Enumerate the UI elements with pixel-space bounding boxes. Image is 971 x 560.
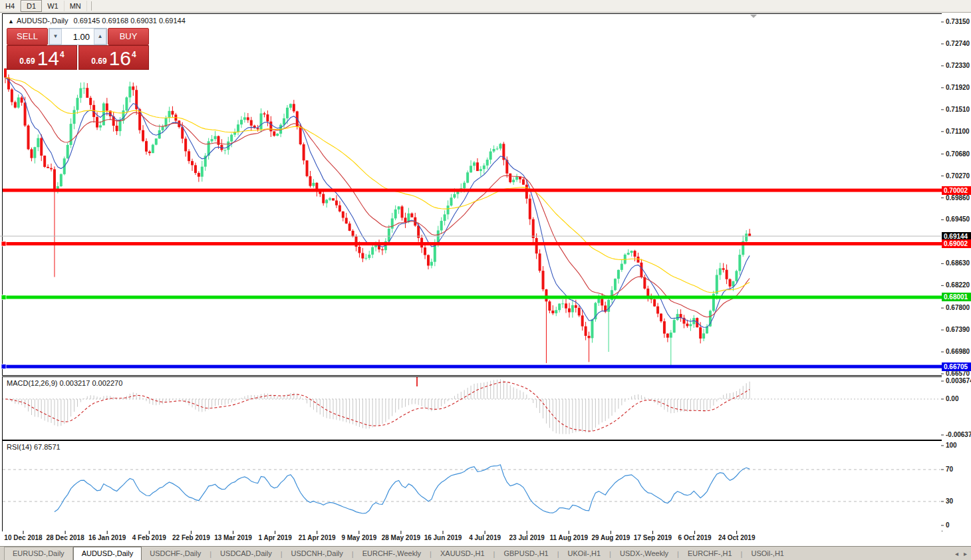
tab-separator: | — [209, 550, 211, 558]
chart-ohlc-values: 0.69145 0.69168 0.69031 0.69144 — [74, 17, 186, 25]
date-axis-label: 11 Aug 2019 — [550, 534, 588, 541]
chart-tab-xauusd-h1[interactable]: XAUUSD-,H1 — [432, 547, 493, 560]
sell-price-small: 0.69 — [19, 57, 35, 66]
date-axis-label: 21 Apr 2019 — [299, 534, 336, 541]
chart-tab-usdcad-daily[interactable]: USDCAD-,Daily — [212, 547, 280, 560]
price-axis-label: 0.69450 — [946, 215, 970, 223]
price-axis-label: 0.73150 — [946, 18, 970, 25]
tab-scroll-controls: ◂ ▸ — [955, 547, 967, 560]
chart-tab-gbpusd-h1[interactable]: GBPUSD-,H1 — [495, 547, 556, 560]
rsi-axis-label: 100 — [946, 442, 957, 449]
rsi-axis-label: 70 — [946, 466, 953, 473]
timeframe-toolbar: H4D1W1MN — [0, 0, 971, 13]
date-axis-label: 13 Mar 2019 — [214, 534, 252, 541]
price-tag-0.69002: 0.69002 — [942, 239, 971, 248]
tab-separator: | — [741, 550, 743, 558]
date-axis-label: 29 Aug 2019 — [591, 534, 630, 541]
sell-button[interactable]: SELL — [7, 28, 48, 45]
tab-scroll-left-icon[interactable]: ◂ — [955, 550, 958, 557]
date-axis-label: 9 May 2019 — [341, 534, 376, 541]
date-axis-label: 4 Feb 2019 — [132, 534, 166, 541]
tab-separator: | — [352, 550, 354, 558]
chart-tab-usoil-h1[interactable]: USOil-,H1 — [743, 547, 792, 560]
chart-tab-bar: EURUSD-,DailyAUDUSD-,DailyUSDCHF-,Daily|… — [0, 546, 971, 560]
price-axis-label: 0.66980 — [946, 348, 970, 355]
chart-tab-usdcnh-daily[interactable]: USDCNH-,Daily — [283, 547, 351, 560]
date-axis-label: 22 Feb 2019 — [172, 534, 210, 541]
price-axis-label: 0.68220 — [946, 281, 970, 289]
rsi-axis-label: 0 — [946, 521, 950, 529]
rsi-axis-label: 30 — [946, 497, 953, 505]
chart-tab-eurchf-h1[interactable]: EURCHF-,H1 — [680, 547, 740, 560]
price-axis-label: 0.71510 — [946, 106, 970, 113]
date-axis-label: 16 Jan 2019 — [88, 534, 126, 541]
price-axis-label: 0.70270 — [946, 172, 970, 180]
macd-axis-label: 0.003674 — [946, 377, 971, 384]
date-axis-label: 28 Dec 2018 — [46, 534, 84, 541]
timeframe-button-d1[interactable]: D1 — [21, 0, 42, 12]
price-axis-label: 0.71100 — [946, 128, 970, 135]
date-axis-label: 4 Jul 2019 — [469, 534, 501, 541]
macd-axis-label: 0.00 — [946, 395, 958, 402]
chart-tab-usdx-weekly[interactable]: USDX-,Weekly — [612, 547, 676, 560]
price-axis-label: 0.72330 — [946, 62, 970, 69]
volume-increase-button[interactable]: ▲ — [94, 29, 106, 45]
chart-symbol-label: AUDUSD-,Daily — [17, 17, 69, 25]
chart-title: ▲AUDUSD-,Daily0.69145 0.69168 0.69031 0.… — [8, 17, 186, 25]
toolbar-separator — [91, 1, 92, 11]
buy-price-big: 16 — [109, 50, 131, 67]
chart-tab-eurusd-daily[interactable]: EURUSD-,Daily — [4, 547, 73, 560]
collapse-panel-arrow-icon[interactable]: ▲ — [8, 18, 14, 25]
chart-tab-usdchf-daily[interactable]: USDCHF-,Daily — [142, 547, 209, 560]
volume-decrease-button[interactable]: ▼ — [49, 29, 62, 45]
volume-input[interactable] — [62, 29, 94, 45]
price-tag-0.66705: 0.66705 — [942, 362, 971, 371]
date-axis-label: 10 Dec 2018 — [4, 534, 42, 541]
date-axis-label: 16 Jun 2019 — [424, 534, 462, 541]
price-axis-label: 0.67800 — [946, 304, 970, 311]
date-axis-label: 1 Apr 2019 — [258, 534, 291, 541]
tab-separator: | — [493, 550, 495, 558]
tab-separator: | — [430, 550, 432, 558]
tab-separator: | — [281, 550, 283, 558]
macd-label: MACD(12,26,9) 0.003217 0.002270 — [7, 379, 122, 387]
price-axis-label: 0.68630 — [946, 259, 970, 267]
sell-price-big: 14 — [37, 50, 59, 67]
price-axis-label: 0.67390 — [946, 326, 970, 333]
timeframe-button-h4[interactable]: H4 — [0, 1, 21, 11]
macd-axis-label: -0.006378 — [946, 431, 971, 438]
price-tag-0.70002: 0.70002 — [942, 186, 971, 195]
date-axis-label: 6 Oct 2019 — [678, 534, 712, 541]
chart-tab-eurchf-weekly[interactable]: EURCHF-,Weekly — [354, 547, 429, 560]
timeframe-button-mn[interactable]: MN — [65, 1, 87, 11]
rsi-label: RSI(14) 67.8571 — [7, 443, 61, 451]
buy-price-small: 0.69 — [91, 57, 106, 66]
chart-tab-audusd-daily[interactable]: AUDUSD-,Daily — [73, 547, 142, 560]
volume-box: ▼ ▲ — [49, 28, 107, 45]
buy-price-quote[interactable]: 0.69164 — [78, 45, 149, 70]
rsi-panel[interactable] — [2, 440, 942, 532]
chart-tab-ukoil-h1[interactable]: UKOil-,H1 — [560, 547, 609, 560]
sell-price-sup: 4 — [60, 50, 65, 59]
tab-separator: | — [557, 550, 559, 558]
date-axis-label: 17 Sep 2019 — [634, 534, 672, 541]
buy-button[interactable]: BUY — [108, 28, 149, 45]
price-axis-label: 0.66570 — [946, 370, 970, 377]
price-axis-label: 0.72740 — [946, 40, 970, 47]
sell-price-quote[interactable]: 0.69144 — [7, 45, 77, 70]
tab-separator: | — [609, 550, 611, 558]
price-axis-label: 0.69860 — [946, 194, 970, 202]
one-click-trading-panel: SELL ▼ ▲ BUY 0.69144 0.69164 — [7, 28, 149, 70]
tab-separator: | — [677, 550, 679, 558]
timeframe-button-w1[interactable]: W1 — [42, 1, 65, 11]
price-axis-label: 0.70680 — [946, 150, 970, 158]
date-axis-label: 28 May 2019 — [382, 534, 420, 541]
buy-price-sup: 4 — [132, 50, 136, 59]
macd-panel[interactable] — [2, 376, 942, 440]
date-axis-label: 23 Jul 2019 — [509, 534, 545, 541]
date-axis-label: 24 Oct 2019 — [718, 534, 756, 541]
price-axis-label: 0.71920 — [946, 84, 970, 91]
tab-scroll-right-icon[interactable]: ▸ — [964, 550, 967, 557]
price-tag-0.68001: 0.68001 — [942, 293, 971, 301]
